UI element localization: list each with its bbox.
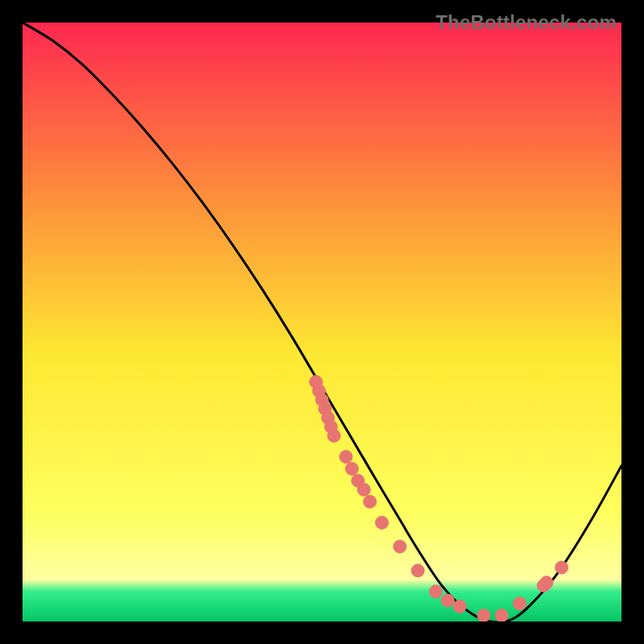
scatter-point <box>453 600 466 613</box>
scatter-point <box>328 429 341 442</box>
scatter-point <box>340 450 353 463</box>
chart-frame: TheBottleneck.com <box>0 0 644 644</box>
background-gradient <box>23 23 621 621</box>
svg-rect-0 <box>23 23 621 621</box>
scatter-point <box>540 576 553 589</box>
scatter-point <box>555 561 568 574</box>
scatter-point <box>394 540 407 553</box>
scatter-point <box>429 585 442 598</box>
scatter-point <box>477 609 490 621</box>
scatter-point <box>514 597 526 610</box>
scatter-point <box>411 564 424 577</box>
scatter-point <box>441 594 454 607</box>
scatter-point <box>364 495 377 508</box>
scatter-point <box>495 609 508 621</box>
scatter-point <box>345 462 358 475</box>
scatter-point <box>375 516 388 529</box>
plot-area <box>23 23 621 621</box>
scatter-point <box>357 483 370 496</box>
